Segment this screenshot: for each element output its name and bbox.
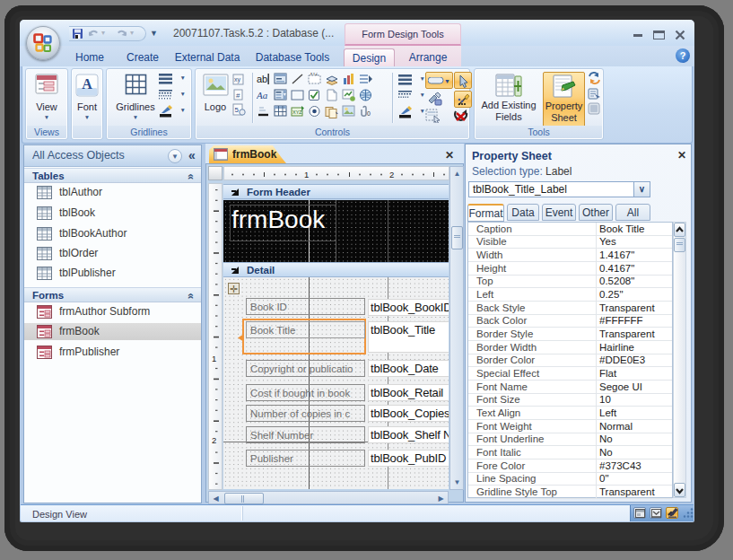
svg-text:XYZ: XYZ bbox=[292, 109, 302, 115]
svg-text:ab: ab bbox=[257, 74, 267, 84]
svg-text:2: 2 bbox=[212, 435, 216, 445]
svg-text:5: 5 bbox=[235, 106, 240, 114]
svg-text:XYZ: XYZ bbox=[310, 73, 319, 76]
svg-text:#: # bbox=[236, 92, 240, 100]
svg-text:Aa: Aa bbox=[257, 90, 268, 101]
svg-text:0: 0 bbox=[367, 110, 371, 117]
svg-text:xy: xy bbox=[234, 76, 241, 83]
svg-text:1: 1 bbox=[212, 354, 216, 363]
svg-text:2: 2 bbox=[389, 170, 394, 179]
svg-text:A: A bbox=[82, 76, 92, 92]
svg-text:1: 1 bbox=[304, 170, 309, 179]
